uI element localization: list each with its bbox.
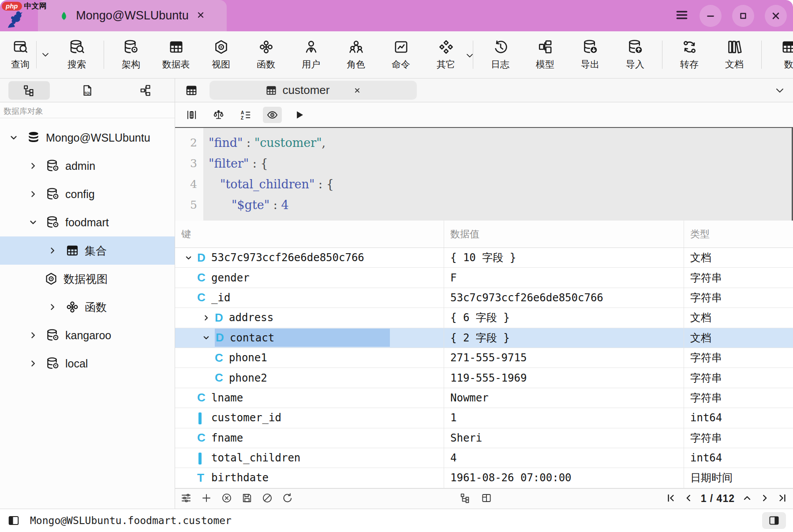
selected-cell[interactable]: Dcontact bbox=[215, 329, 390, 347]
collection-tab-close-icon[interactable] bbox=[353, 86, 361, 94]
column-header-value[interactable]: 数据值 bbox=[444, 221, 684, 247]
objects-tab[interactable] bbox=[185, 84, 198, 97]
toggle-right-panel-button[interactable] bbox=[762, 512, 786, 529]
sidebar-item-集合[interactable]: 集合 bbox=[0, 236, 175, 265]
sidebar-item-local[interactable]: local bbox=[0, 349, 175, 378]
tree-view-button[interactable] bbox=[8, 81, 50, 100]
form-result-view-icon[interactable] bbox=[481, 492, 492, 506]
connection-tab-close-icon[interactable] bbox=[196, 10, 206, 22]
close-button[interactable] bbox=[765, 5, 787, 27]
chevron-down-icon[interactable] bbox=[25, 217, 41, 227]
table-row-53c7c973ccf26e6de850c766[interactable]: D53c7c973ccf26e6de850c766{ 10 字段 }文档 bbox=[175, 248, 793, 268]
last-page-icon[interactable] bbox=[777, 493, 788, 505]
toolbar-item-role[interactable]: 角色 bbox=[333, 39, 378, 71]
toolbar-item-dump[interactable]: 转存 bbox=[667, 39, 712, 71]
toolbar-item-query-dropdown[interactable] bbox=[37, 49, 54, 60]
toolbar-item-table[interactable]: 数据表 bbox=[153, 39, 198, 71]
table-row-phone2[interactable]: Cphone2119-555-1969字符串 bbox=[175, 368, 793, 388]
key-cell[interactable]: Cfname bbox=[175, 428, 444, 448]
value-cell[interactable]: Sheri bbox=[444, 428, 684, 448]
value-cell[interactable]: 1 bbox=[444, 408, 684, 427]
chevron-right-icon[interactable] bbox=[25, 189, 41, 199]
chevron-right-icon[interactable] bbox=[25, 359, 41, 368]
sidebar-item-config[interactable]: config bbox=[0, 180, 175, 208]
toolbar-item-user[interactable]: 用户 bbox=[288, 39, 333, 71]
toolbar-item-command[interactable]: 命令 bbox=[378, 39, 423, 71]
field-filter-button[interactable] bbox=[182, 107, 201, 123]
value-cell[interactable]: { 2 字段 } bbox=[444, 328, 684, 348]
toolbar-item-document[interactable]: 文档 bbox=[712, 39, 757, 71]
diagram-view-button[interactable] bbox=[125, 81, 166, 100]
table-row-fname[interactable]: CfnameSheri字符串 bbox=[175, 428, 793, 448]
key-cell[interactable]: Daddress bbox=[175, 308, 444, 327]
table-row-gender[interactable]: CgenderF字符串 bbox=[175, 268, 793, 288]
chevron-right-icon[interactable] bbox=[44, 302, 61, 312]
filter-icon[interactable] bbox=[180, 492, 192, 506]
sidebar-item-kangaroo[interactable]: kangaroo bbox=[0, 321, 175, 349]
sidebar-item-函数[interactable]: 函数 bbox=[0, 293, 175, 321]
tree-result-view-icon[interactable] bbox=[460, 492, 471, 506]
menu-hamburger-icon[interactable] bbox=[675, 8, 689, 24]
delete-record-icon[interactable] bbox=[221, 492, 232, 506]
save-record-icon[interactable] bbox=[241, 492, 253, 506]
key-cell[interactable]: Cphone2 bbox=[175, 368, 444, 387]
add-record-icon[interactable] bbox=[201, 492, 212, 506]
maximize-button[interactable] bbox=[732, 5, 754, 27]
toolbar-item-function[interactable]: 函数 bbox=[243, 39, 288, 71]
page-jump-chevron-icon[interactable] bbox=[742, 493, 752, 505]
toolbar-item-search[interactable]: 搜索 bbox=[54, 39, 99, 71]
chevron-down-icon[interactable] bbox=[464, 50, 475, 63]
key-cell[interactable]: Cgender bbox=[175, 268, 444, 287]
column-header-type[interactable]: 类型 bbox=[684, 221, 793, 247]
next-page-icon[interactable] bbox=[759, 493, 770, 505]
preview-button[interactable] bbox=[263, 107, 282, 123]
chevron-down-icon[interactable] bbox=[5, 133, 22, 142]
table-row-total_children[interactable]: total_children4int64 bbox=[175, 448, 793, 468]
prev-page-icon[interactable] bbox=[683, 493, 694, 505]
toolbar-item-query[interactable]: 查询 bbox=[4, 39, 36, 71]
sidebar-item-Mongo@WSLUbuntu[interactable]: Mongo@WSLUbuntu bbox=[0, 124, 175, 152]
collection-tab-customer[interactable]: customer bbox=[209, 81, 417, 100]
chevron-down-icon[interactable] bbox=[197, 333, 215, 342]
table-row-customer_id[interactable]: customer_id1int64 bbox=[175, 408, 793, 428]
column-header-key[interactable]: 键 bbox=[175, 221, 444, 247]
sidebar-item-admin[interactable]: admin bbox=[0, 152, 175, 180]
table-row-_id[interactable]: C_id53c7c973ccf26e6de850c766字符串 bbox=[175, 288, 793, 308]
value-cell[interactable]: F bbox=[444, 268, 684, 287]
value-cell[interactable]: 53c7c973ccf26e6de850c766 bbox=[444, 288, 684, 307]
connection-tab[interactable]: Mongo@WSLUbuntu bbox=[38, 0, 227, 31]
value-cell[interactable]: Nowmer bbox=[444, 388, 684, 408]
toolbar-item-import[interactable]: 导入 bbox=[613, 39, 658, 71]
toggle-left-panel-icon[interactable] bbox=[7, 514, 20, 527]
toolbar-item-log[interactable]: 日志 bbox=[478, 39, 523, 71]
minimize-button[interactable] bbox=[699, 5, 722, 27]
sidebar-item-foodmart[interactable]: foodmart bbox=[0, 208, 175, 236]
toolbar-item-other[interactable]: 其它 bbox=[423, 39, 468, 71]
refresh-icon[interactable] bbox=[282, 492, 293, 506]
table-row-lname[interactable]: ClnameNowmer字符串 bbox=[175, 388, 793, 408]
key-cell[interactable]: total_children bbox=[175, 448, 444, 468]
key-cell[interactable]: D53c7c973ccf26e6de850c766 bbox=[175, 248, 444, 267]
key-cell[interactable]: Clname bbox=[175, 388, 444, 408]
value-cell[interactable]: 271-555-9715 bbox=[444, 348, 684, 367]
query-editor[interactable]: 23456 "find" : "customer","filter" : {"t… bbox=[175, 127, 793, 221]
table-row-phone1[interactable]: Cphone1271-555-9715字符串 bbox=[175, 348, 793, 368]
sort-button[interactable]: AZ bbox=[236, 107, 255, 123]
key-cell[interactable]: C_id bbox=[175, 288, 444, 307]
sql-view-button[interactable]: SQL bbox=[67, 81, 108, 100]
value-cell[interactable]: 1961-08-26 07:00:00 bbox=[444, 468, 684, 487]
table-row-address[interactable]: Daddress{ 6 字段 }文档 bbox=[175, 308, 793, 328]
value-cell[interactable]: { 6 字段 } bbox=[444, 308, 684, 327]
toolbar-item-data-clipped[interactable]: 数 bbox=[766, 39, 793, 71]
table-row-contact[interactable]: Dcontact{ 2 字段 }文档 bbox=[175, 328, 793, 348]
key-cell[interactable]: Cphone1 bbox=[175, 348, 444, 367]
chevron-right-icon[interactable] bbox=[25, 330, 41, 340]
key-cell[interactable]: customer_id bbox=[175, 408, 444, 427]
chevron-right-icon[interactable] bbox=[44, 246, 61, 255]
chevron-down-icon[interactable] bbox=[180, 254, 197, 262]
table-row-birthdate[interactable]: Tbirthdate1961-08-26 07:00:00日期时间 bbox=[175, 468, 793, 488]
value-cell[interactable]: { 10 字段 } bbox=[444, 248, 684, 267]
value-cell[interactable]: 119-555-1969 bbox=[444, 368, 684, 387]
toolbar-item-view[interactable]: 视图 bbox=[198, 39, 243, 71]
run-button[interactable] bbox=[290, 107, 309, 123]
